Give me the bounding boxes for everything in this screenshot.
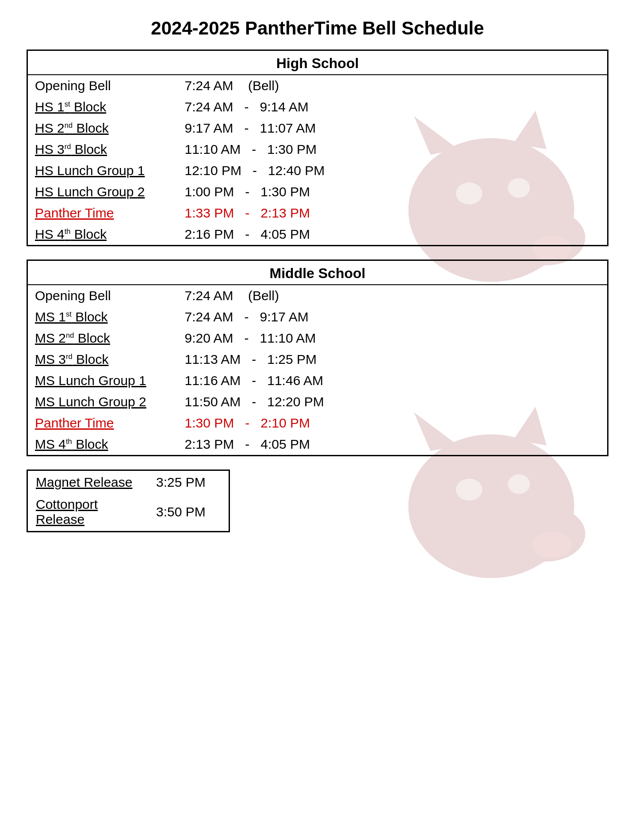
ms-4th-block-label: MS 4th Block bbox=[27, 434, 178, 456]
table-row: Opening Bell 7:24 AM (Bell) bbox=[27, 285, 608, 306]
ms-1st-block-label: MS 1st Block bbox=[27, 306, 178, 328]
hs-3rd-block-label: HS 3rd Block bbox=[27, 139, 178, 160]
table-row: MS Lunch Group 1 11:16 AM - 11:46 AM bbox=[27, 370, 608, 391]
table-row: HS 4th Block 2:16 PM - 4:05 PM bbox=[27, 224, 608, 246]
cottonport-release-label: Cottonport Release bbox=[29, 494, 148, 530]
table-row: HS Lunch Group 2 1:00 PM - 1:30 PM bbox=[27, 181, 608, 202]
hs-opening-bell-label: Opening Bell bbox=[27, 75, 178, 96]
hs-lunch1-label: HS Lunch Group 1 bbox=[27, 160, 178, 181]
hs-lunch2-label: HS Lunch Group 2 bbox=[27, 181, 178, 202]
svg-point-12 bbox=[508, 474, 530, 494]
ms-panther-time-time: 1:30 PM - 2:10 PM bbox=[178, 412, 608, 434]
hs-3rd-block-time: 11:10 AM - 1:30 PM bbox=[178, 139, 608, 160]
magnet-release-time: 3:25 PM bbox=[149, 472, 228, 493]
hs-panther-time-time: 1:33 PM - 2:13 PM bbox=[178, 202, 608, 224]
ms-1st-block-time: 7:24 AM - 9:17 AM bbox=[178, 306, 608, 328]
table-row: MS 1st Block 7:24 AM - 9:17 AM bbox=[27, 306, 608, 328]
table-row: Opening Bell 7:24 AM (Bell) bbox=[27, 75, 608, 96]
ms-lunch2-label: MS Lunch Group 2 bbox=[27, 391, 178, 412]
ms-2nd-block-label: MS 2nd Block bbox=[27, 328, 178, 349]
svg-point-8 bbox=[508, 506, 585, 561]
ms-lunch2-time: 11:50 AM - 12:20 PM bbox=[178, 391, 608, 412]
table-row: MS Lunch Group 2 11:50 AM - 12:20 PM bbox=[27, 391, 608, 412]
cottonport-release-time: 3:50 PM bbox=[149, 494, 228, 530]
hs-1st-block-time: 7:24 AM - 9:14 AM bbox=[178, 96, 608, 118]
high-school-table: High School Opening Bell 7:24 AM (Bell) … bbox=[27, 50, 608, 246]
ms-header: Middle School bbox=[27, 260, 608, 285]
ms-opening-bell-label: Opening Bell bbox=[27, 285, 178, 306]
hs-1st-block-label: HS 1st Block bbox=[27, 96, 178, 118]
ms-4th-block-time: 2:13 PM - 4:05 PM bbox=[178, 434, 608, 456]
svg-point-11 bbox=[456, 479, 482, 501]
hs-4th-block-time: 2:16 PM - 4:05 PM bbox=[178, 224, 608, 246]
hs-lunch2-time: 1:00 PM - 1:30 PM bbox=[178, 181, 608, 202]
hs-2nd-block-label: HS 2nd Block bbox=[27, 118, 178, 139]
ms-3rd-block-label: MS 3rd Block bbox=[27, 349, 178, 370]
ms-3rd-block-time: 11:13 AM - 1:25 PM bbox=[178, 349, 608, 370]
table-row: Magnet Release 3:25 PM bbox=[29, 472, 228, 493]
hs-header: High School bbox=[27, 50, 608, 75]
hs-2nd-block-time: 9:17 AM - 11:07 AM bbox=[178, 118, 608, 139]
release-table: Magnet Release 3:25 PM Cottonport Releas… bbox=[27, 470, 230, 532]
table-row: MS 3rd Block 11:13 AM - 1:25 PM bbox=[27, 349, 608, 370]
ms-lunch1-label: MS Lunch Group 1 bbox=[27, 370, 178, 391]
page-title: 2024-2025 PantherTime Bell Schedule bbox=[27, 18, 608, 39]
table-row: Cottonport Release 3:50 PM bbox=[29, 494, 228, 530]
table-row: Panther Time 1:33 PM - 2:13 PM bbox=[27, 202, 608, 224]
ms-opening-bell-time: 7:24 AM (Bell) bbox=[178, 285, 608, 306]
middle-school-table: Middle School Opening Bell 7:24 AM (Bell… bbox=[27, 260, 608, 456]
ms-panther-time-label: Panther Time bbox=[27, 412, 178, 434]
table-row: MS 2nd Block 9:20 AM - 11:10 AM bbox=[27, 328, 608, 349]
hs-opening-bell-time: 7:24 AM (Bell) bbox=[178, 75, 608, 96]
hs-panther-time-label: Panther Time bbox=[27, 202, 178, 224]
hs-lunch1-time: 12:10 PM - 12:40 PM bbox=[178, 160, 608, 181]
table-row: Panther Time 1:30 PM - 2:10 PM bbox=[27, 412, 608, 434]
ms-2nd-block-time: 9:20 AM - 11:10 AM bbox=[178, 328, 608, 349]
ms-lunch1-time: 11:16 AM - 11:46 AM bbox=[178, 370, 608, 391]
table-row: HS 3rd Block 11:10 AM - 1:30 PM bbox=[27, 139, 608, 160]
table-row: HS 1st Block 7:24 AM - 9:14 AM bbox=[27, 96, 608, 118]
table-row: MS 4th Block 2:13 PM - 4:05 PM bbox=[27, 434, 608, 456]
magnet-release-label: Magnet Release bbox=[29, 472, 148, 493]
table-row: HS 2nd Block 9:17 AM - 11:07 AM bbox=[27, 118, 608, 139]
svg-point-13 bbox=[532, 532, 572, 558]
table-row: HS Lunch Group 1 12:10 PM - 12:40 PM bbox=[27, 160, 608, 181]
hs-4th-block-label: HS 4th Block bbox=[27, 224, 178, 246]
